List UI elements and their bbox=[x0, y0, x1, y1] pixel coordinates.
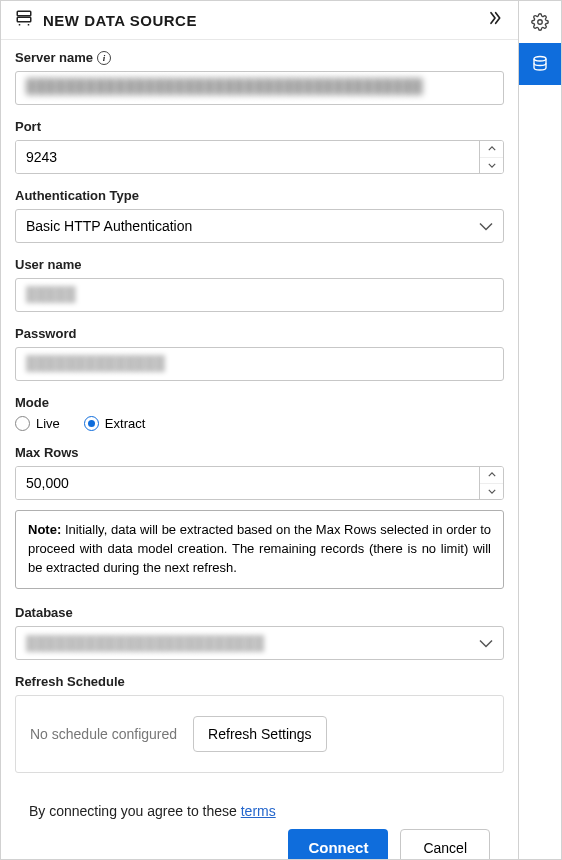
database-select[interactable]: ████████████████████████ bbox=[15, 626, 504, 660]
maxrows-input[interactable] bbox=[15, 466, 504, 500]
main-panel: NEW DATA SOURCE Server name i ██████████… bbox=[1, 1, 519, 859]
note-prefix: Note: bbox=[28, 522, 61, 537]
panel-title: NEW DATA SOURCE bbox=[43, 12, 476, 29]
maxrows-step-up[interactable] bbox=[480, 467, 503, 484]
svg-point-4 bbox=[538, 20, 543, 25]
right-sidebar bbox=[519, 1, 561, 859]
cancel-button[interactable]: Cancel bbox=[400, 829, 490, 859]
settings-icon[interactable] bbox=[519, 1, 561, 43]
auth-type-label: Authentication Type bbox=[15, 188, 139, 203]
server-name-input[interactable]: ████████████████████████████████████████ bbox=[15, 71, 504, 105]
panel-header: NEW DATA SOURCE bbox=[1, 1, 518, 40]
maxrows-step-down[interactable] bbox=[480, 484, 503, 500]
auth-type-select[interactable]: Basic HTTP Authentication bbox=[15, 209, 504, 243]
footer: By connecting you agree to these terms C… bbox=[15, 789, 504, 859]
note-box: Note: Initially, data will be extracted … bbox=[15, 510, 504, 589]
mode-label: Mode bbox=[15, 395, 49, 410]
password-label: Password bbox=[15, 326, 76, 341]
chevron-down-icon bbox=[479, 217, 493, 235]
terms-link[interactable]: terms bbox=[241, 803, 276, 819]
refresh-box: No schedule configured Refresh Settings bbox=[15, 695, 504, 773]
username-input[interactable]: █████ bbox=[15, 278, 504, 312]
username-label: User name bbox=[15, 257, 81, 272]
mode-live-label: Live bbox=[36, 416, 60, 431]
connect-button[interactable]: Connect bbox=[288, 829, 388, 859]
collapse-icon[interactable] bbox=[486, 10, 504, 31]
maxrows-label: Max Rows bbox=[15, 445, 79, 460]
mode-extract-label: Extract bbox=[105, 416, 145, 431]
note-text: Initially, data will be extracted based … bbox=[28, 522, 491, 575]
info-icon[interactable]: i bbox=[97, 51, 111, 65]
refresh-settings-button[interactable]: Refresh Settings bbox=[193, 716, 327, 752]
refresh-empty-msg: No schedule configured bbox=[30, 726, 177, 742]
port-label: Port bbox=[15, 119, 41, 134]
password-input[interactable]: ██████████████ bbox=[15, 347, 504, 381]
port-step-up[interactable] bbox=[480, 141, 503, 158]
svg-rect-1 bbox=[17, 17, 31, 22]
mode-live-radio[interactable]: Live bbox=[15, 416, 60, 431]
port-value[interactable] bbox=[16, 141, 479, 173]
database-value: ████████████████████████ bbox=[26, 635, 479, 651]
database-icon[interactable] bbox=[519, 43, 561, 85]
database-label: Database bbox=[15, 605, 73, 620]
svg-rect-0 bbox=[17, 11, 31, 16]
auth-type-value: Basic HTTP Authentication bbox=[26, 218, 479, 234]
mode-extract-radio[interactable]: Extract bbox=[84, 416, 145, 431]
port-input[interactable] bbox=[15, 140, 504, 174]
datasource-icon bbox=[15, 9, 33, 31]
port-step-down[interactable] bbox=[480, 158, 503, 174]
chevron-down-icon bbox=[479, 634, 493, 652]
svg-point-5 bbox=[534, 57, 546, 62]
server-name-label: Server name bbox=[15, 50, 93, 65]
refresh-label: Refresh Schedule bbox=[15, 674, 125, 689]
agree-text: By connecting you agree to these bbox=[29, 803, 241, 819]
maxrows-value[interactable] bbox=[16, 467, 479, 499]
